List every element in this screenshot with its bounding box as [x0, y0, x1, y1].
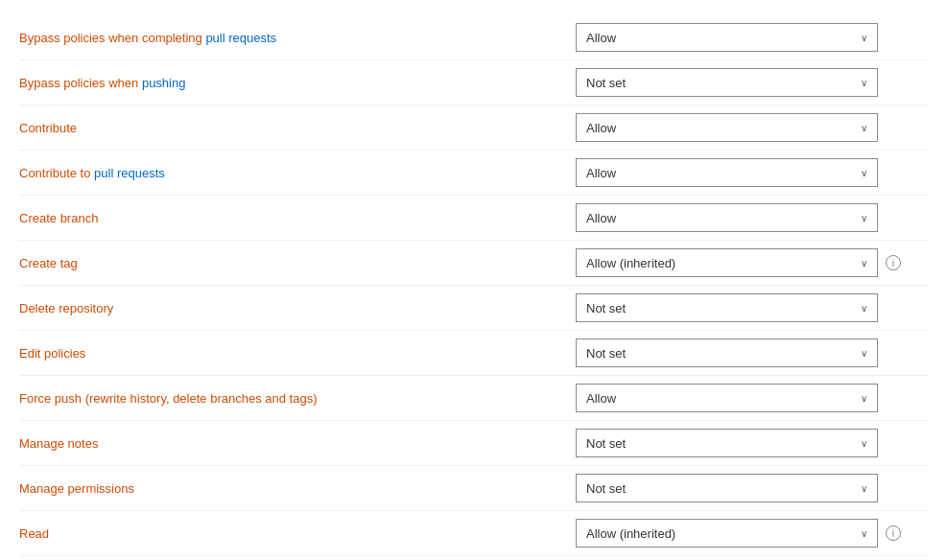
dropdown-value-manage-notes: Not set [586, 436, 626, 451]
permission-control-contribute-pull-requests: Allow∨ [576, 158, 928, 187]
permission-row-edit-policies: Edit policiesNot set∨ [19, 331, 928, 376]
dropdown-value-contribute-pull-requests: Allow [586, 166, 616, 180]
chevron-down-icon: ∨ [861, 168, 867, 178]
permission-dropdown-force-push[interactable]: Allow∨ [576, 384, 878, 412]
dropdown-value-force-push: Allow [586, 391, 616, 406]
chevron-down-icon: ∨ [861, 483, 867, 494]
permission-label-text: Create tag [19, 256, 78, 270]
permissions-container: Bypass policies when completing pull req… [0, 0, 947, 560]
permission-row-bypass-policies-completing: Bypass policies when completing pull req… [19, 15, 928, 60]
permissions-list: Bypass policies when completing pull req… [19, 15, 928, 560]
permission-row-bypass-policies-pushing: Bypass policies when pushingNot set∨ [19, 60, 928, 105]
info-icon-placeholder [886, 345, 901, 361]
chevron-down-icon: ∨ [861, 438, 867, 449]
permission-row-remove-others-locks: Remove others' locksNot set∨ [19, 556, 928, 560]
permission-dropdown-bypass-policies-completing[interactable]: Allow∨ [576, 23, 878, 52]
permission-label-text: Manage notes [19, 436, 98, 451]
info-icon-placeholder [886, 120, 901, 135]
permission-dropdown-manage-permissions[interactable]: Not set∨ [576, 474, 878, 502]
permission-label-bypass-policies-completing: Bypass policies when completing pull req… [19, 31, 576, 45]
chevron-down-icon: ∨ [861, 303, 867, 314]
permission-label-text: Bypass policies when [19, 76, 142, 90]
chevron-down-icon: ∨ [861, 213, 867, 223]
permission-label-text: Create branch [19, 211, 98, 225]
info-icon-placeholder [886, 30, 901, 45]
permission-label-text: Bypass policies when completing [19, 31, 205, 45]
permission-label-text: Contribute to [19, 166, 94, 180]
chevron-down-icon: ∨ [861, 528, 867, 539]
permission-label-edit-policies: Edit policies [19, 346, 576, 361]
permission-dropdown-contribute[interactable]: Allow∨ [576, 113, 878, 142]
dropdown-value-delete-repository: Not set [586, 301, 626, 315]
permission-row-contribute-pull-requests: Contribute to pull requestsAllow∨ [19, 151, 928, 196]
permission-row-contribute: ContributeAllow∨ [19, 105, 928, 151]
permission-control-delete-repository: Not set∨ [576, 293, 928, 322]
permission-label-text: Contribute [19, 121, 77, 135]
permission-row-create-tag: Create tagAllow (inherited)∨i [19, 241, 928, 286]
permission-dropdown-bypass-policies-pushing[interactable]: Not set∨ [576, 68, 878, 97]
permission-label-text: Read [19, 526, 49, 541]
info-icon-placeholder [886, 390, 901, 406]
permission-dropdown-contribute-pull-requests[interactable]: Allow∨ [576, 158, 878, 187]
info-icon-placeholder [886, 300, 901, 315]
permission-dropdown-edit-policies[interactable]: Not set∨ [576, 338, 878, 367]
permission-dropdown-delete-repository[interactable]: Not set∨ [576, 293, 878, 322]
permission-control-force-push: Allow∨ [576, 384, 928, 412]
permission-label-contribute-pull-requests: Contribute to pull requests [19, 166, 576, 180]
dropdown-value-create-tag: Allow (inherited) [586, 256, 675, 270]
permission-label-read: Read [19, 526, 576, 541]
permission-control-contribute: Allow∨ [576, 113, 928, 142]
permission-label-contribute: Contribute [19, 121, 576, 135]
dropdown-value-read: Allow (inherited) [586, 526, 675, 541]
dropdown-value-contribute: Allow [586, 121, 616, 135]
permission-control-create-branch: Allow∨ [576, 203, 928, 232]
permission-row-read: ReadAllow (inherited)∨i [19, 511, 928, 556]
permission-dropdown-manage-notes[interactable]: Not set∨ [576, 429, 878, 457]
permission-label-link: pull requests [205, 31, 276, 45]
chevron-down-icon: ∨ [861, 393, 867, 404]
permission-row-manage-permissions: Manage permissionsNot set∨ [19, 466, 928, 511]
permission-label-link: pull requests [94, 166, 165, 180]
info-icon-placeholder [886, 75, 901, 90]
permission-control-manage-permissions: Not set∨ [576, 474, 928, 502]
permission-row-create-branch: Create branchAllow∨ [19, 196, 928, 241]
permission-label-create-branch: Create branch [19, 211, 576, 225]
permission-control-edit-policies: Not set∨ [576, 338, 928, 367]
info-icon-placeholder [886, 165, 901, 180]
permission-row-force-push: Force push (rewrite history, delete bran… [19, 376, 928, 421]
permission-label-text: Delete repository [19, 301, 113, 315]
info-icon-create-tag[interactable]: i [886, 255, 901, 270]
info-icon-placeholder [886, 435, 901, 451]
permission-control-bypass-policies-pushing: Not set∨ [576, 68, 928, 97]
info-icon-placeholder [886, 210, 901, 225]
permission-label-link: pushing [142, 76, 186, 90]
permission-control-read: Allow (inherited)∨i [576, 519, 928, 548]
permission-label-manage-notes: Manage notes [19, 436, 576, 451]
dropdown-value-create-branch: Allow [586, 211, 616, 225]
permission-label-text: Manage permissions [19, 481, 134, 496]
info-icon-placeholder [886, 480, 901, 496]
permission-label-manage-permissions: Manage permissions [19, 481, 576, 496]
permission-row-delete-repository: Delete repositoryNot set∨ [19, 286, 928, 331]
permission-dropdown-read[interactable]: Allow (inherited)∨ [576, 519, 878, 548]
dropdown-value-bypass-policies-completing: Allow [586, 31, 616, 45]
info-icon-read[interactable]: i [886, 525, 901, 541]
permission-label-text: Edit policies [19, 346, 85, 361]
chevron-down-icon: ∨ [861, 258, 867, 268]
permission-dropdown-create-tag[interactable]: Allow (inherited)∨ [576, 248, 878, 277]
permission-label-create-tag: Create tag [19, 256, 576, 270]
permission-dropdown-create-branch[interactable]: Allow∨ [576, 203, 878, 232]
permission-label-force-push: Force push (rewrite history, delete bran… [19, 391, 576, 406]
dropdown-value-manage-permissions: Not set [586, 481, 626, 496]
permission-control-create-tag: Allow (inherited)∨i [576, 248, 928, 277]
chevron-down-icon: ∨ [861, 348, 867, 359]
chevron-down-icon: ∨ [861, 123, 867, 133]
chevron-down-icon: ∨ [861, 33, 867, 43]
dropdown-value-edit-policies: Not set [586, 346, 626, 361]
chevron-down-icon: ∨ [861, 78, 867, 88]
dropdown-value-bypass-policies-pushing: Not set [586, 76, 626, 90]
permission-label-delete-repository: Delete repository [19, 301, 576, 315]
permission-label-text: Force push (rewrite history, delete bran… [19, 391, 317, 406]
permission-row-manage-notes: Manage notesNot set∨ [19, 421, 928, 466]
permission-control-manage-notes: Not set∨ [576, 429, 928, 457]
